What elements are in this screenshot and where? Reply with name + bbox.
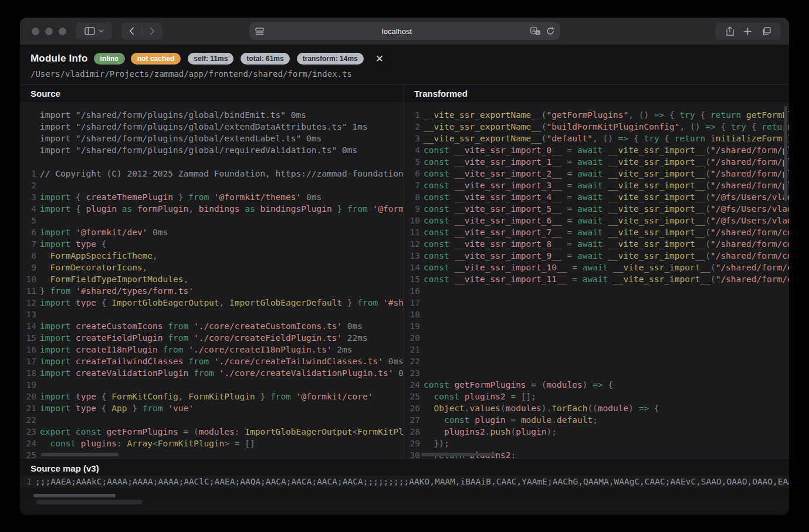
code-line: import "/shared/form/plugins/global/requ… bbox=[20, 144, 403, 156]
code-line: 3__vite_ssr_exportName__("default", () =… bbox=[404, 133, 789, 144]
code-line: 2 bbox=[20, 179, 403, 191]
code-line: 14const __vite_ssr_import_10__ = await _… bbox=[404, 262, 789, 273]
code-line: 14import createCustomIcons from './core/… bbox=[20, 320, 403, 332]
tab-overview-button[interactable] bbox=[762, 27, 771, 35]
code-line: 21 bbox=[404, 344, 789, 355]
code-line: 9 FormDecoratorIcons, bbox=[20, 262, 403, 273]
source-panel-title: Source bbox=[20, 85, 403, 103]
module-file-path: /Users/vladimir/Projects/zammad/app/fron… bbox=[31, 69, 780, 79]
code-line: 23export const getFormPlugins = (modules… bbox=[20, 426, 403, 438]
code-line: import "/shared/form/plugins/global/exte… bbox=[20, 121, 403, 133]
code-line: 5const __vite_ssr_import_1__ = await __v… bbox=[404, 156, 789, 168]
browser-toolbar: localhost Aa bbox=[20, 18, 789, 45]
history-nav bbox=[121, 22, 163, 40]
code-line: 18import createValidationPlugin from './… bbox=[20, 367, 403, 379]
code-line bbox=[20, 156, 403, 168]
code-line: import "/shared/form/plugins/global/bind… bbox=[20, 109, 403, 121]
code-line: 22 bbox=[404, 355, 789, 367]
reader-icon[interactable] bbox=[255, 28, 264, 35]
code-line: 3import { createThemePlugin } from '@for… bbox=[20, 191, 403, 203]
browser-window: localhost Aa Module Inf bbox=[20, 18, 789, 515]
reload-icon[interactable] bbox=[546, 27, 554, 35]
code-line: 5 bbox=[20, 215, 403, 226]
toolbar-right-buttons bbox=[715, 22, 781, 40]
back-button[interactable] bbox=[121, 22, 142, 40]
window-footer bbox=[20, 499, 789, 510]
self-time-badge: self: 11ms bbox=[188, 53, 233, 65]
code-line: 11} from '#shared/types/form.ts' bbox=[20, 285, 403, 297]
code-line: 13 bbox=[20, 309, 403, 320]
code-line: 11const __vite_ssr_import_7__ = await __… bbox=[404, 226, 789, 238]
new-tab-button[interactable] bbox=[744, 28, 752, 35]
code-line: 6const __vite_ssr_import_2__ = await __v… bbox=[404, 168, 789, 179]
code-line: 7import type { bbox=[20, 238, 403, 250]
transform-time-badge: transform: 14ms bbox=[297, 53, 364, 65]
code-line: 19 bbox=[20, 379, 403, 391]
code-line: 1__vite_ssr_exportName__("getFormPlugins… bbox=[404, 109, 789, 121]
svg-text:A: A bbox=[532, 28, 536, 33]
total-time-badge: total: 61ms bbox=[241, 53, 289, 65]
close-icon[interactable]: ✕ bbox=[375, 54, 384, 64]
code-line: 7const __vite_ssr_import_3__ = await __v… bbox=[404, 179, 789, 191]
source-horizontal-scrollbar[interactable] bbox=[41, 453, 119, 456]
code-line: 12import type { ImportGlobEagerOutput, I… bbox=[20, 297, 403, 309]
code-line: 24const getFormPlugins = (modules) => { bbox=[404, 379, 789, 391]
module-info-header: Module Info inline not cached self: 11ms… bbox=[20, 45, 789, 84]
code-line: 17import createTailwindClasses from './c… bbox=[20, 355, 403, 367]
code-line: 20import type { FormKitConfig, FormKitPl… bbox=[20, 391, 403, 402]
svg-text:a: a bbox=[536, 31, 539, 35]
forward-button[interactable] bbox=[143, 22, 163, 40]
page-title: Module Info bbox=[31, 53, 88, 65]
code-line: 18 bbox=[404, 309, 789, 320]
code-line: 13const __vite_ssr_import_9__ = await __… bbox=[404, 250, 789, 262]
code-line: 10const __vite_ssr_import_6__ = await __… bbox=[404, 215, 789, 226]
minimize-window-button[interactable] bbox=[45, 28, 53, 35]
source-code: import "/shared/form/plugins/global/bind… bbox=[20, 103, 403, 458]
transformed-code: 1__vite_ssr_exportName__("getFormPlugins… bbox=[404, 103, 789, 458]
code-line: 1;;;AAEA;AAAkC;AAAA;AAAA;AAAA;AAClC;AAEA… bbox=[23, 476, 789, 487]
code-line: 17 bbox=[404, 297, 789, 309]
not-cached-badge: not cached bbox=[131, 53, 181, 65]
sourcemap-horizontal-scrollbar[interactable] bbox=[33, 494, 116, 497]
code-line: 8const __vite_ssr_import_4__ = await __v… bbox=[404, 191, 789, 203]
inline-badge: inline bbox=[94, 53, 125, 65]
code-line: 16 bbox=[404, 285, 789, 297]
code-line: 10 FormFieldTypeImportModules, bbox=[20, 273, 403, 285]
chevron-down-icon bbox=[99, 29, 104, 33]
code-line: 26 Object.values(modules).forEach((modul… bbox=[404, 402, 789, 414]
transformed-horizontal-scrollbar[interactable] bbox=[421, 453, 496, 456]
code-line: 8 FormAppSpecificTheme, bbox=[20, 250, 403, 262]
share-button[interactable] bbox=[726, 26, 734, 36]
code-line: 4import { plugin as formPlugin, bindings… bbox=[20, 203, 403, 215]
sidebar-icon bbox=[84, 27, 95, 35]
code-line: 12const __vite_ssr_import_8__ = await __… bbox=[404, 238, 789, 250]
transformed-vertical-scrollbar[interactable] bbox=[784, 106, 787, 201]
url-text: localhost bbox=[264, 27, 530, 36]
source-panel: Source import "/shared/form/plugins/glob… bbox=[20, 85, 403, 458]
translate-icon[interactable]: Aa bbox=[530, 27, 540, 35]
code-line: 19 bbox=[404, 320, 789, 332]
sidebar-toggle-button[interactable] bbox=[76, 22, 112, 40]
sourcemap-title: Source map (v3) bbox=[20, 459, 789, 476]
code-line: 4const __vite_ssr_import_0__ = await __v… bbox=[404, 144, 789, 156]
sourcemap-section: Source map (v3) 1;;;AAEA;AAAkC;AAAA;AAAA… bbox=[20, 458, 789, 499]
code-line: 22 bbox=[20, 414, 403, 426]
sourcemap-code: 1;;;AAEA;AAAkC;AAAA;AAAA;AAAA;AAClC;AAEA… bbox=[20, 476, 789, 487]
code-line: 15const __vite_ssr_import_11__ = await _… bbox=[404, 273, 789, 285]
code-line: 6import '@formkit/dev' 0ms bbox=[20, 226, 403, 238]
address-bar[interactable]: localhost Aa bbox=[249, 22, 560, 40]
code-line: 29 }); bbox=[404, 438, 789, 449]
zoom-window-button[interactable] bbox=[59, 28, 66, 35]
code-line: 25 const plugins2 = []; bbox=[404, 391, 789, 402]
code-line: 23 bbox=[404, 367, 789, 379]
code-line: 16import createI18nPlugin from './core/c… bbox=[20, 344, 403, 355]
close-window-button[interactable] bbox=[32, 28, 39, 35]
code-line: 1// Copyright (C) 2012-2025 Zammad Found… bbox=[20, 168, 403, 179]
transformed-panel: Transformed 1__vite_ssr_exportName__("ge… bbox=[404, 85, 789, 458]
code-line: 21import type { App } from 'vue' bbox=[20, 402, 403, 414]
code-line: 28 plugins2.push(plugin); bbox=[404, 426, 789, 438]
page-horizontal-scrollbar[interactable] bbox=[36, 500, 142, 504]
code-panels: Source import "/shared/form/plugins/glob… bbox=[20, 84, 789, 458]
code-line: 9const __vite_ssr_import_5__ = await __v… bbox=[404, 203, 789, 215]
code-line: 2__vite_ssr_exportName__("buildFormKitPl… bbox=[404, 121, 789, 133]
